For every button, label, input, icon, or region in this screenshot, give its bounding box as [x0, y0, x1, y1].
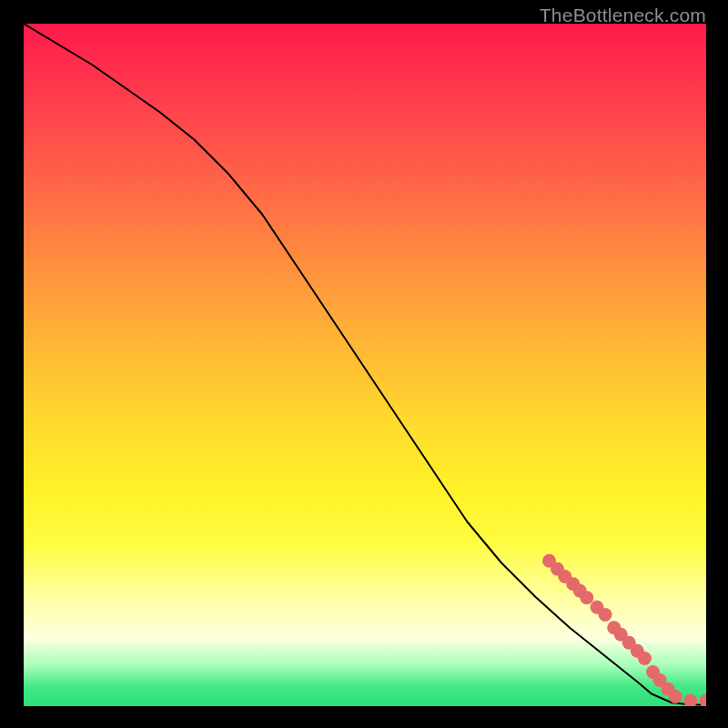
- plot-area: [24, 24, 706, 706]
- heat-gradient-background: [24, 24, 706, 706]
- chart-stage: TheBottleneck.com: [0, 0, 728, 728]
